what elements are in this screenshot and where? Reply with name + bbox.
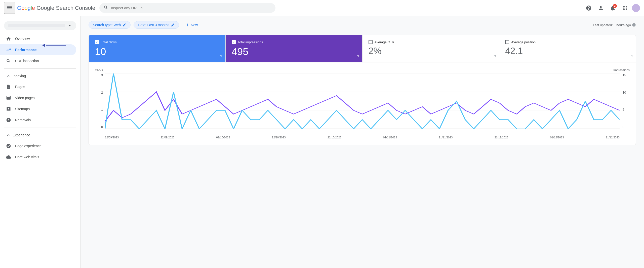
indexing-section-label: Indexing (13, 74, 26, 78)
video-pages-icon (6, 95, 11, 100)
add-icon (185, 23, 190, 27)
site-selector[interactable] (4, 21, 76, 30)
edit-icon-search-type (122, 23, 126, 27)
url-search-icon (103, 5, 108, 11)
sidebar-item-overview-label: Overview (15, 37, 30, 41)
pages-icon (6, 84, 11, 89)
removals-icon (6, 118, 11, 123)
last-updated: Last updated: 5 hours ago (593, 23, 636, 27)
sidebar-item-url-inspection-label: URL inspection (15, 59, 39, 63)
metric-header-position: Average position (505, 40, 630, 44)
search-type-filter[interactable]: Search type: Web (89, 21, 131, 29)
expand-less-icon-2 (6, 133, 11, 137)
chart-left-axis-label: Clicks (95, 68, 103, 72)
metric-card-total-impressions[interactable]: Total impressions 495 ? (226, 35, 363, 62)
metric-header-clicks: Total clicks (95, 40, 219, 44)
chart-y-axis-left: 3 2 1 0 (95, 73, 103, 129)
metric-checkbox-position[interactable] (505, 40, 509, 44)
sidebar-item-pages[interactable]: Pages (0, 81, 76, 92)
metric-value-position: 42.1 (505, 46, 630, 56)
sidebar-item-sitemaps[interactable]: Sitemaps (0, 103, 76, 114)
apps-button[interactable] (620, 3, 630, 13)
sidebar-item-overview[interactable]: Overview (0, 33, 76, 44)
notifications-button[interactable]: 2 (608, 3, 618, 13)
sidebar-item-url-inspection[interactable]: URL inspection (0, 55, 76, 66)
url-inspection-bar[interactable] (99, 3, 275, 13)
performance-arrow-annotation (42, 44, 66, 47)
help-icon-impressions[interactable]: ? (357, 55, 359, 59)
metric-header-impressions: Total impressions (232, 40, 356, 44)
notification-badge: 2 (613, 4, 617, 8)
topbar: Google Google Search Console 2 (0, 0, 644, 16)
account-settings-button[interactable] (596, 3, 606, 13)
new-filter-button[interactable]: New (182, 21, 201, 29)
avatar[interactable] (632, 4, 640, 12)
metric-value-impressions: 495 (232, 46, 356, 57)
sidebar-item-removals-label: Removals (15, 118, 31, 122)
sidebar-item-sitemaps-label: Sitemaps (15, 107, 30, 111)
metric-card-total-clicks[interactable]: Total clicks 10 ? (89, 35, 226, 62)
page-experience-icon (6, 143, 11, 148)
topbar-actions: 2 (584, 3, 640, 13)
metric-checkbox-impressions[interactable] (232, 40, 236, 44)
chart-area: Clicks Impressions 3 2 1 0 15 10 5 0 (95, 68, 630, 139)
metric-value-ctr: 2% (369, 46, 493, 56)
url-search-icon (6, 58, 11, 63)
sitemaps-icon (6, 106, 11, 111)
metric-label-position: Average position (511, 40, 536, 44)
metric-checkbox-ctr[interactable] (369, 40, 373, 44)
search-type-label: Search type: Web (93, 23, 121, 27)
chart-x-axis: 12/09/2023 22/09/2023 02/10/2023 12/10/2… (105, 136, 620, 139)
sidebar-item-page-experience-label: Page experience (15, 144, 42, 148)
edit-icon-date-range (171, 23, 175, 27)
help-icon-position[interactable]: ? (630, 55, 633, 59)
main-content: Performance EXPORT Search type: Web Date… (80, 0, 644, 151)
sidebar: Overview Performance URL inspection Inde… (0, 16, 80, 151)
experience-section-label: Experience (13, 133, 30, 137)
chart-y-axis-right: 15 10 5 0 (622, 73, 630, 129)
nav-divider-2 (4, 128, 76, 128)
chart-svg (105, 73, 620, 129)
sidebar-item-video-pages-label: Video pages (15, 96, 35, 100)
app-logo-text: Google Google Search Console (17, 5, 95, 11)
new-button-label: New (191, 23, 198, 27)
trending-up-icon (6, 47, 11, 52)
sidebar-item-performance-label: Performance (15, 48, 37, 52)
hamburger-menu-button[interactable] (4, 2, 15, 14)
nav-divider-1 (4, 68, 76, 69)
url-inspection-input[interactable] (111, 6, 271, 10)
metric-checkbox-clicks[interactable] (95, 40, 99, 44)
last-updated-text: Last updated: 5 hours ago (593, 23, 631, 27)
performance-chart: Clicks Impressions 3 2 1 0 15 10 5 0 (89, 62, 636, 145)
sidebar-item-performance[interactable]: Performance (0, 44, 76, 55)
help-icon-clicks[interactable]: ? (220, 55, 222, 59)
metrics-row: Total clicks 10 ? Total impressions 495 … (89, 35, 636, 62)
site-selector-text (8, 24, 65, 27)
date-range-filter[interactable]: Date: Last 3 months (134, 21, 179, 29)
app-logo-area: Google Google Search Console (4, 2, 95, 14)
sidebar-item-video-pages[interactable]: Video pages (0, 92, 76, 103)
metric-header-ctr: Average CTR (369, 40, 493, 44)
metric-label-clicks: Total clicks (101, 40, 117, 44)
experience-section-header[interactable]: Experience (0, 130, 80, 140)
chart-right-axis-label: Impressions (613, 68, 630, 72)
help-button[interactable] (584, 3, 594, 13)
metric-label-ctr: Average CTR (375, 40, 394, 44)
chevron-down-icon (67, 23, 72, 28)
help-icon-ctr[interactable]: ? (494, 55, 496, 59)
sidebar-item-page-experience[interactable]: Page experience (0, 140, 76, 151)
info-icon-last-updated (632, 23, 636, 27)
filter-bar: Search type: Web Date: Last 3 months New… (89, 21, 636, 29)
metric-value-clicks: 10 (95, 46, 219, 57)
expand-less-icon (6, 74, 11, 78)
date-range-label: Date: Last 3 months (138, 23, 169, 27)
metric-card-position[interactable]: Average position 42.1 ? (499, 35, 636, 62)
sidebar-item-pages-label: Pages (15, 85, 25, 89)
metric-label-impressions: Total impressions (238, 40, 263, 44)
indexing-section-header[interactable]: Indexing (0, 71, 80, 81)
metric-card-ctr[interactable]: Average CTR 2% ? (363, 35, 499, 62)
sidebar-item-removals[interactable]: Removals (0, 114, 76, 126)
home-icon (6, 36, 11, 41)
